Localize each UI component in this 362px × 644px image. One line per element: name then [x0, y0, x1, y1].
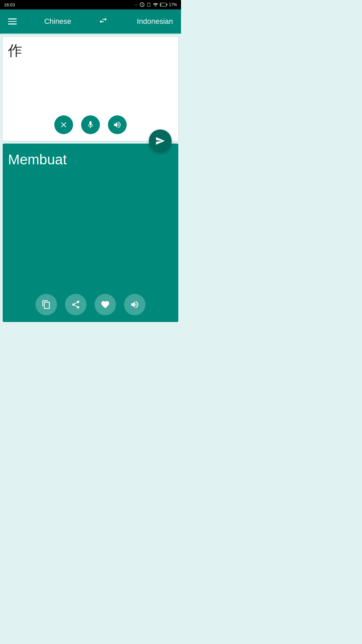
- output-section: Membuat: [3, 144, 178, 322]
- source-text[interactable]: 作: [8, 42, 173, 115]
- main-content: 作: [0, 34, 181, 322]
- battery-percent: 17%: [169, 2, 177, 7]
- battery-icon: [160, 2, 167, 7]
- heart-icon: [101, 300, 110, 309]
- dots-icon: ···: [134, 2, 138, 7]
- share-icon: [71, 300, 80, 309]
- copy-button[interactable]: [36, 294, 57, 315]
- app-header: Chinese Indonesian: [0, 9, 181, 34]
- sim-icon: [146, 2, 151, 7]
- source-language[interactable]: Chinese: [44, 17, 71, 26]
- translate-button[interactable]: [149, 129, 172, 152]
- volume-icon: [113, 120, 122, 129]
- favorite-button[interactable]: [95, 294, 116, 315]
- target-language[interactable]: Indonesian: [137, 17, 173, 26]
- output-controls: [8, 294, 173, 317]
- mic-icon: [86, 120, 95, 129]
- mic-button[interactable]: [81, 115, 100, 134]
- send-icon: [155, 136, 165, 146]
- close-icon: [59, 120, 68, 129]
- swap-languages-button[interactable]: [99, 16, 109, 28]
- translated-text: Membuat: [8, 152, 173, 294]
- signal-icon: [153, 2, 158, 7]
- speak-source-button[interactable]: [108, 115, 127, 134]
- input-controls: [8, 115, 173, 136]
- speak-output-button[interactable]: [124, 294, 145, 315]
- svg-rect-1: [167, 4, 167, 6]
- status-icons: ··· 17%: [134, 2, 177, 7]
- input-section: 作: [3, 37, 178, 141]
- status-time: 16:03: [4, 2, 15, 7]
- alarm-icon: [139, 2, 145, 7]
- share-button[interactable]: [65, 294, 86, 315]
- volume-output-icon: [130, 300, 139, 309]
- clear-button[interactable]: [54, 115, 73, 134]
- menu-button[interactable]: [8, 18, 17, 24]
- copy-icon: [42, 300, 51, 309]
- svg-rect-2: [160, 3, 161, 6]
- status-bar: 16:03 ··· 17%: [0, 0, 181, 9]
